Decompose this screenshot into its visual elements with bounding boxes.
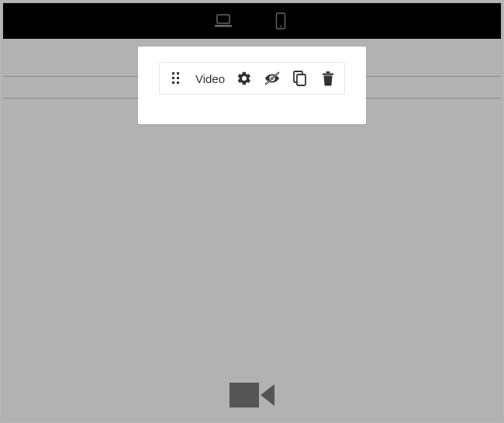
copy-icon	[293, 71, 307, 86]
svg-marker-18	[261, 384, 274, 406]
video-block-placeholder[interactable]	[227, 370, 277, 420]
svg-rect-16	[326, 71, 330, 74]
svg-rect-1	[215, 25, 232, 27]
block-type-label: Video	[195, 72, 225, 85]
svg-rect-15	[323, 74, 333, 75]
duplicate-button[interactable]	[292, 70, 309, 87]
svg-rect-14	[297, 75, 306, 85]
gear-icon	[236, 71, 252, 86]
svg-rect-8	[172, 81, 174, 84]
svg-rect-7	[177, 77, 179, 79]
mobile-preview-button[interactable]	[270, 10, 292, 32]
delete-button[interactable]	[319, 70, 337, 87]
svg-point-3	[280, 26, 281, 27]
desktop-preview-button[interactable]	[212, 10, 234, 32]
svg-rect-5	[177, 72, 179, 75]
block-toolbar: Video	[159, 62, 345, 95]
laptop-icon	[214, 13, 233, 29]
video-camera-icon	[230, 380, 274, 411]
svg-rect-0	[217, 15, 230, 23]
block-toolbar-panel: Video	[138, 47, 366, 124]
drag-handle-icon	[171, 71, 181, 85]
drag-handle-button[interactable]	[167, 70, 185, 87]
editor-canvas[interactable]: Video	[3, 39, 501, 420]
editor-frame: Video	[0, 0, 504, 423]
device-preview-bar	[3, 3, 501, 39]
svg-rect-4	[172, 72, 174, 75]
eye-slash-icon	[264, 71, 281, 86]
visibility-button[interactable]	[264, 70, 281, 87]
trash-icon	[321, 71, 335, 86]
svg-rect-17	[230, 383, 259, 407]
svg-rect-6	[172, 77, 174, 79]
phone-icon	[275, 12, 286, 29]
svg-rect-9	[177, 81, 179, 84]
settings-button[interactable]	[236, 70, 253, 87]
